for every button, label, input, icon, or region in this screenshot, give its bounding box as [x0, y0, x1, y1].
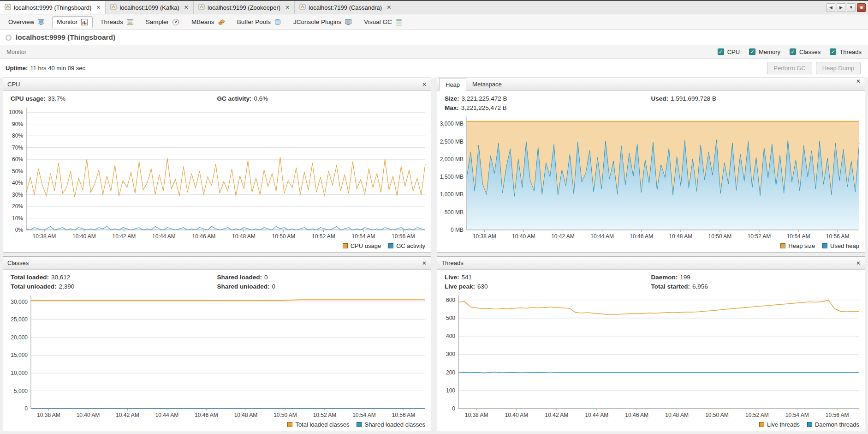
page-title: localhost:9999 (Thingsboard): [16, 33, 115, 42]
tool-label: Threads: [100, 18, 123, 25]
legend-item: Live threads: [759, 421, 800, 428]
threads-checkbox[interactable]: ✓ Threads: [830, 48, 862, 55]
connection-tab-thingsboard[interactable]: localhost:9999 (Thingsboard) ✕: [0, 1, 106, 14]
visual-gc-icon: [395, 18, 403, 26]
svg-text:10:50 AM: 10:50 AM: [708, 233, 732, 240]
threads-chart: 010020030040050060010:38 AM10:40 AM10:42…: [437, 291, 865, 420]
scroll-tabs-left-button[interactable]: ◀: [826, 3, 835, 12]
tool-label: MBeans: [191, 18, 214, 25]
classes-panel: Classes ✕ Total loaded:30,612 Shared loa…: [3, 256, 431, 431]
mbeans-icon: [218, 18, 225, 26]
stat: Shared loaded:0: [217, 274, 424, 281]
svg-text:10:52 AM: 10:52 AM: [748, 233, 771, 240]
tab-jconsole-plugins[interactable]: JConsole Plugins: [289, 16, 357, 28]
stat-value: 3,221,225,472 B: [462, 95, 507, 102]
tab-visual-gc[interactable]: Visual GC: [359, 16, 407, 28]
stat-value: 0: [264, 274, 268, 281]
connection-tab-kafka[interactable]: localhost:1099 (Kafka) ✕: [106, 1, 193, 14]
monitor-icon: [81, 18, 88, 26]
svg-text:0: 0: [452, 405, 455, 412]
threads-legend: Live threadsDaemon threads: [437, 420, 865, 431]
stat-label: GC activity:: [217, 95, 252, 102]
svg-text:10:56 AM: 10:56 AM: [826, 233, 850, 240]
cpu-panel-title: CPU: [7, 81, 20, 88]
tab-overview[interactable]: Overview: [4, 16, 49, 28]
svg-text:10:42 AM: 10:42 AM: [545, 412, 569, 418]
stat-value: 30,612: [51, 274, 70, 281]
svg-text:30,000: 30,000: [11, 299, 28, 305]
svg-text:10:56 AM: 10:56 AM: [392, 412, 416, 418]
tab-monitor[interactable]: Monitor: [52, 16, 93, 28]
heap-panel-header: Heap Metaspace ✕: [437, 78, 865, 91]
overview-icon: [37, 18, 45, 26]
legend-item: Total loaded classes: [287, 421, 349, 428]
classes-chart: 05,00010,00015,00020,00025,00030,00010:3…: [3, 291, 431, 420]
page-heading: localhost:9999 (Thingsboard): [0, 30, 868, 45]
svg-text:10:38 AM: 10:38 AM: [465, 412, 488, 418]
svg-text:100: 100: [446, 387, 455, 394]
stat-label: Size:: [445, 95, 459, 102]
stat-value: 3,221,225,472 B: [461, 104, 507, 111]
tab-list-dropdown-button[interactable]: ▼: [847, 3, 856, 12]
svg-text:60%: 60%: [12, 156, 23, 163]
threads-icon: [126, 18, 134, 26]
cpu-checkbox[interactable]: ✓ CPU: [718, 48, 740, 55]
legend-swatch-icon: [807, 422, 812, 427]
checkbox-label: Classes: [799, 48, 820, 55]
svg-text:600: 600: [446, 297, 455, 303]
heap-dump-button[interactable]: Heap Dump: [816, 62, 861, 74]
stat-value: 1,591,699,728 B: [671, 95, 716, 102]
close-panel-icon[interactable]: ✕: [422, 260, 427, 266]
close-tab-icon[interactable]: ✕: [184, 4, 189, 11]
tab-buffer-pools[interactable]: Buffer Pools: [232, 16, 286, 28]
classes-checkbox[interactable]: ✓ Classes: [790, 48, 820, 55]
close-panel-icon[interactable]: ✕: [856, 260, 861, 266]
status-row: Uptime: 11 hrs 40 min 09 sec Perform GC …: [0, 59, 868, 78]
svg-text:100%: 100%: [9, 109, 23, 115]
svg-text:80%: 80%: [12, 133, 23, 139]
close-tab-icon[interactable]: ✕: [386, 4, 391, 11]
stat-value: 6,956: [692, 283, 708, 290]
monitor-section-title: Monitor: [6, 48, 26, 55]
svg-text:10:38 AM: 10:38 AM: [37, 412, 60, 418]
svg-text:10:38 AM: 10:38 AM: [33, 233, 56, 240]
svg-text:10:54 AM: 10:54 AM: [787, 233, 810, 240]
close-panel-icon[interactable]: ✕: [856, 78, 861, 90]
svg-text:10:44 AM: 10:44 AM: [155, 412, 179, 418]
stat: Total started:6,956: [651, 283, 858, 290]
tab-label: localhost:1099 (Kafka): [119, 4, 179, 11]
stat-value: 0: [272, 283, 276, 290]
legend-swatch-icon: [780, 243, 785, 248]
stat: Max:3,221,225,472 B: [445, 104, 651, 111]
maximize-view-button[interactable]: ▣: [857, 3, 866, 12]
checkbox-checked-icon: ✓: [718, 48, 724, 55]
close-tab-icon[interactable]: ✕: [285, 4, 290, 11]
tab-metaspace[interactable]: Metaspace: [466, 78, 508, 90]
stat-label: Shared unloaded:: [217, 283, 270, 290]
checkbox-label: Threads: [839, 48, 862, 55]
tab-threads[interactable]: Threads: [95, 16, 138, 28]
memory-checkbox[interactable]: ✓ Memory: [749, 48, 780, 55]
close-tab-icon[interactable]: ✕: [96, 4, 101, 11]
threads-panel-header: Threads ✕: [437, 257, 865, 270]
connection-tab-zookeeper[interactable]: localhost:9199 (Zookeeper) ✕: [194, 1, 295, 14]
monitor-section-bar: Monitor ✓ CPU ✓ Memory ✓ Classes ✓ Threa…: [0, 45, 868, 59]
svg-text:10:44 AM: 10:44 AM: [585, 412, 608, 418]
heap-panel: Heap Metaspace ✕ Size:3,221,225,472 B Us…: [437, 78, 865, 253]
svg-text:70%: 70%: [12, 145, 23, 151]
cpu-panel: CPU ✕ CPU usage:33.7% GC activity:0.6% 0…: [3, 78, 431, 253]
tab-label: localhost:9199 (Zookeeper): [208, 4, 280, 11]
connection-tab-cassandra[interactable]: localhost:7199 (Cassandra) ✕: [295, 1, 396, 14]
tool-label: JConsole Plugins: [293, 18, 341, 25]
scroll-tabs-right-button[interactable]: ▶: [837, 3, 845, 12]
stat: Total loaded:30,612: [11, 274, 217, 281]
tab-mbeans[interactable]: MBeans: [187, 16, 230, 28]
stat-value: 33.7%: [48, 95, 65, 102]
perform-gc-button[interactable]: Perform GC: [767, 62, 812, 74]
tab-heap[interactable]: Heap: [439, 78, 466, 91]
tab-label: localhost:9999 (Thingsboard): [14, 4, 91, 11]
tab-sampler[interactable]: Sampler: [141, 16, 184, 28]
stat-value: 630: [477, 283, 488, 290]
svg-text:10:40 AM: 10:40 AM: [72, 233, 96, 240]
close-panel-icon[interactable]: ✕: [422, 81, 427, 88]
